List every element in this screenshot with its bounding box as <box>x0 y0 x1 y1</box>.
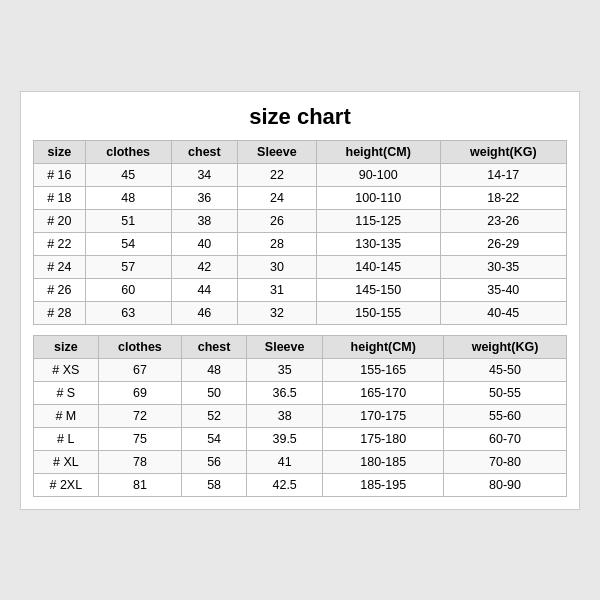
table-cell: 41 <box>246 450 323 473</box>
table2-header-cell: size <box>34 335 99 358</box>
table2-header-cell: height(CM) <box>323 335 444 358</box>
table-cell: 35-40 <box>440 278 566 301</box>
table-cell: 24 <box>238 186 317 209</box>
table-cell: 70-80 <box>443 450 566 473</box>
table-cell: 56 <box>182 450 247 473</box>
table-cell: 30-35 <box>440 255 566 278</box>
table-cell: 180-185 <box>323 450 444 473</box>
table-cell: # 24 <box>34 255 86 278</box>
table-cell: 55-60 <box>443 404 566 427</box>
table-row: # 24574230140-14530-35 <box>34 255 567 278</box>
table-gap <box>33 325 567 335</box>
table-cell: 18-22 <box>440 186 566 209</box>
table-cell: 23-26 <box>440 209 566 232</box>
table-cell: 140-145 <box>316 255 440 278</box>
table-cell: 130-135 <box>316 232 440 255</box>
table-cell: 22 <box>238 163 317 186</box>
table-cell: 36.5 <box>246 381 323 404</box>
table1-body: # 1645342290-10014-17# 18483624100-11018… <box>34 163 567 324</box>
table-cell: 52 <box>182 404 247 427</box>
table-cell: 75 <box>98 427 182 450</box>
table-cell: 57 <box>85 255 171 278</box>
table-cell: 39.5 <box>246 427 323 450</box>
table-row: # 18483624100-11018-22 <box>34 186 567 209</box>
table-cell: 26-29 <box>440 232 566 255</box>
table-row: # 2XL815842.5185-19580-90 <box>34 473 567 496</box>
table-cell: 185-195 <box>323 473 444 496</box>
table-cell: 40 <box>171 232 237 255</box>
table-row: # 26604431145-15035-40 <box>34 278 567 301</box>
table-cell: 48 <box>182 358 247 381</box>
table-row: # 22544028130-13526-29 <box>34 232 567 255</box>
table-cell: 42 <box>171 255 237 278</box>
table2-header-cell: chest <box>182 335 247 358</box>
table-cell: 58 <box>182 473 247 496</box>
table-cell: 40-45 <box>440 301 566 324</box>
table-cell: # 26 <box>34 278 86 301</box>
table-cell: # 20 <box>34 209 86 232</box>
size-table-1: sizeclotheschestSleeveheight(CM)weight(K… <box>33 140 567 325</box>
table-cell: 46 <box>171 301 237 324</box>
table-cell: 50-55 <box>443 381 566 404</box>
table-cell: 78 <box>98 450 182 473</box>
table-cell: 69 <box>98 381 182 404</box>
table-cell: 54 <box>182 427 247 450</box>
table2-header-cell: weight(KG) <box>443 335 566 358</box>
table-cell: 34 <box>171 163 237 186</box>
table-cell: 170-175 <box>323 404 444 427</box>
table-cell: 44 <box>171 278 237 301</box>
table-row: # M725238170-17555-60 <box>34 404 567 427</box>
table-cell: # M <box>34 404 99 427</box>
table-cell: 36 <box>171 186 237 209</box>
table-cell: 175-180 <box>323 427 444 450</box>
table-cell: # XL <box>34 450 99 473</box>
table-cell: 54 <box>85 232 171 255</box>
table-cell: # 16 <box>34 163 86 186</box>
table-cell: 155-165 <box>323 358 444 381</box>
table-cell: 60 <box>85 278 171 301</box>
table-cell: 42.5 <box>246 473 323 496</box>
table1-header-cell: clothes <box>85 140 171 163</box>
table2-header-cell: clothes <box>98 335 182 358</box>
table-cell: 165-170 <box>323 381 444 404</box>
table-cell: 81 <box>98 473 182 496</box>
table-cell: 60-70 <box>443 427 566 450</box>
table-cell: 67 <box>98 358 182 381</box>
table-cell: 30 <box>238 255 317 278</box>
table-cell: # 2XL <box>34 473 99 496</box>
table1-header-cell: size <box>34 140 86 163</box>
table-row: # XL785641180-18570-80 <box>34 450 567 473</box>
size-table-2: sizeclotheschestSleeveheight(CM)weight(K… <box>33 335 567 497</box>
table-cell: 32 <box>238 301 317 324</box>
table-cell: 90-100 <box>316 163 440 186</box>
table-cell: 28 <box>238 232 317 255</box>
table-cell: 80-90 <box>443 473 566 496</box>
table-cell: 150-155 <box>316 301 440 324</box>
table-row: # L755439.5175-18060-70 <box>34 427 567 450</box>
table1-header-row: sizeclotheschestSleeveheight(CM)weight(K… <box>34 140 567 163</box>
table-cell: 26 <box>238 209 317 232</box>
table-row: # 28634632150-15540-45 <box>34 301 567 324</box>
table-cell: 145-150 <box>316 278 440 301</box>
table-cell: 45 <box>85 163 171 186</box>
table-cell: 48 <box>85 186 171 209</box>
table-cell: # 18 <box>34 186 86 209</box>
table-cell: 50 <box>182 381 247 404</box>
chart-title: size chart <box>33 104 567 130</box>
table-cell: 38 <box>171 209 237 232</box>
table-cell: # XS <box>34 358 99 381</box>
table1-header-cell: Sleeve <box>238 140 317 163</box>
table-cell: 45-50 <box>443 358 566 381</box>
table1-header-cell: chest <box>171 140 237 163</box>
table-row: # XS674835155-16545-50 <box>34 358 567 381</box>
table-cell: 14-17 <box>440 163 566 186</box>
table-cell: 100-110 <box>316 186 440 209</box>
table-cell: 35 <box>246 358 323 381</box>
table-cell: # 28 <box>34 301 86 324</box>
table2-header-row: sizeclotheschestSleeveheight(CM)weight(K… <box>34 335 567 358</box>
table-cell: 115-125 <box>316 209 440 232</box>
table-cell: 72 <box>98 404 182 427</box>
table-cell: # S <box>34 381 99 404</box>
table-cell: 31 <box>238 278 317 301</box>
table-cell: # 22 <box>34 232 86 255</box>
